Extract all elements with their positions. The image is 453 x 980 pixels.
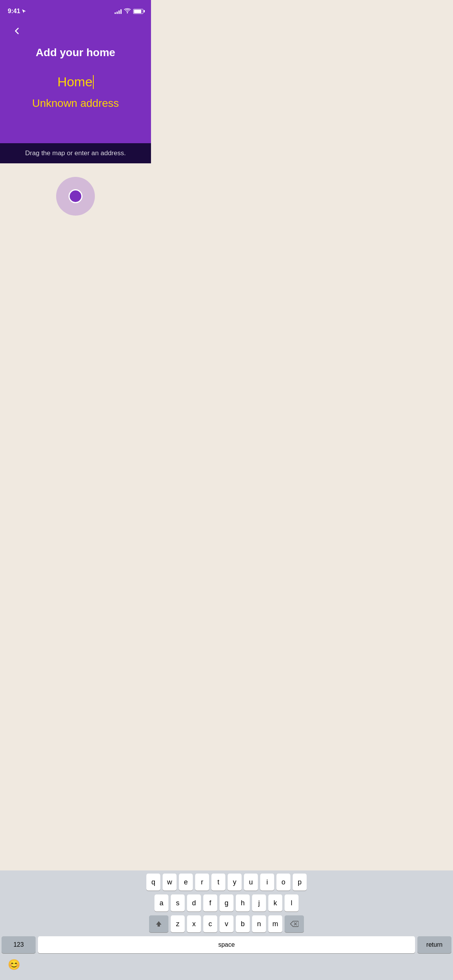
text-cursor [93, 75, 94, 89]
map-hint-text: Drag the map or enter an address. [25, 149, 126, 157]
map-area[interactable] [0, 163, 151, 229]
home-name-input[interactable]: Home [9, 74, 142, 89]
location-arrow-icon [22, 9, 26, 14]
home-name-text: Home [57, 74, 93, 89]
status-bar: 9:41 [0, 0, 151, 19]
time-display: 9:41 [8, 8, 20, 15]
status-icons [115, 8, 143, 15]
unknown-address-label: Unknown address [9, 97, 142, 110]
header-area: Add your home Home Unknown address [0, 19, 151, 143]
signal-icon [115, 9, 122, 14]
home-name-display: Home [57, 74, 94, 89]
svg-point-0 [127, 12, 128, 13]
wifi-icon [124, 8, 131, 15]
page-title: Add your home [9, 46, 142, 59]
pin-shadow [56, 177, 95, 216]
map-pin [56, 177, 95, 216]
battery-icon [133, 9, 143, 14]
status-time: 9:41 [8, 8, 26, 15]
map-hint-bar: Drag the map or enter an address. [0, 143, 151, 163]
pin-inner [69, 189, 82, 203]
back-button[interactable] [9, 23, 25, 39]
